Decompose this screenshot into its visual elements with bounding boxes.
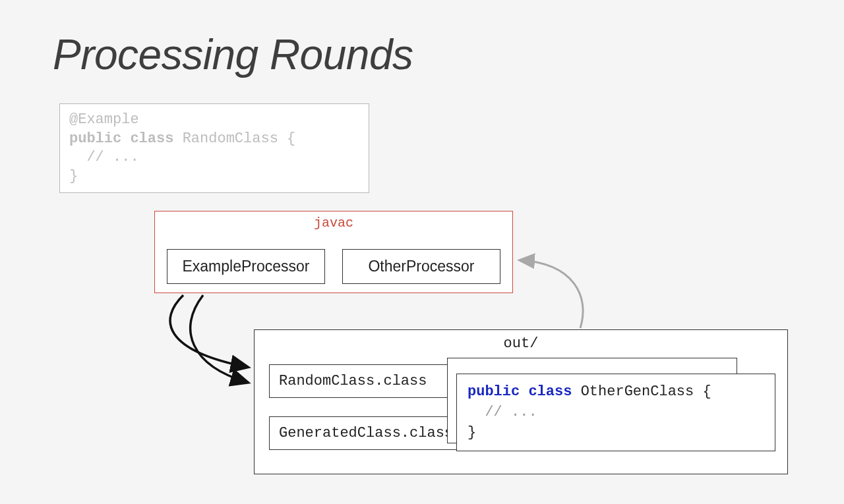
kw-class: class bbox=[528, 383, 572, 400]
gen-comment: // ... bbox=[467, 403, 764, 423]
arrow-out-to-javac bbox=[521, 260, 583, 328]
processor-box: ExampleProcessor bbox=[167, 249, 325, 284]
gen-decl: public class OtherGenClass { bbox=[467, 382, 764, 403]
src-close: } bbox=[69, 167, 359, 186]
out-label: out/ bbox=[255, 335, 787, 352]
source-annotation: @Example bbox=[69, 111, 359, 130]
gen-close: } bbox=[467, 423, 764, 443]
src-comment: // ... bbox=[69, 148, 359, 167]
arrow-javac-to-out-2 bbox=[191, 295, 247, 382]
arrow-javac-to-out-1 bbox=[170, 295, 247, 367]
class-file: RandomClass.class bbox=[269, 364, 463, 398]
src-classname: RandomClass { bbox=[183, 130, 296, 147]
gen-classname: OtherGenClass { bbox=[581, 383, 711, 400]
source-code-box: @Example public class RandomClass { // .… bbox=[59, 103, 369, 193]
javac-label: javac bbox=[155, 215, 512, 231]
processor-box: OtherProcessor bbox=[342, 249, 500, 284]
kw-class: class bbox=[130, 130, 173, 147]
generated-code-stack: public class OtherGenClass { // ... } bbox=[447, 358, 777, 463]
source-decl: public class RandomClass { bbox=[69, 130, 359, 149]
kw-public: public bbox=[467, 383, 520, 400]
output-box: out/ RandomClass.class GeneratedClass.cl… bbox=[254, 329, 788, 474]
kw-public: public bbox=[69, 130, 121, 147]
javac-box: javac ExampleProcessor OtherProcessor bbox=[154, 211, 513, 293]
slide-title: Processing Rounds bbox=[53, 30, 413, 79]
class-file: GeneratedClass.class bbox=[269, 416, 463, 450]
code-card-front: public class OtherGenClass { // ... } bbox=[456, 374, 775, 451]
